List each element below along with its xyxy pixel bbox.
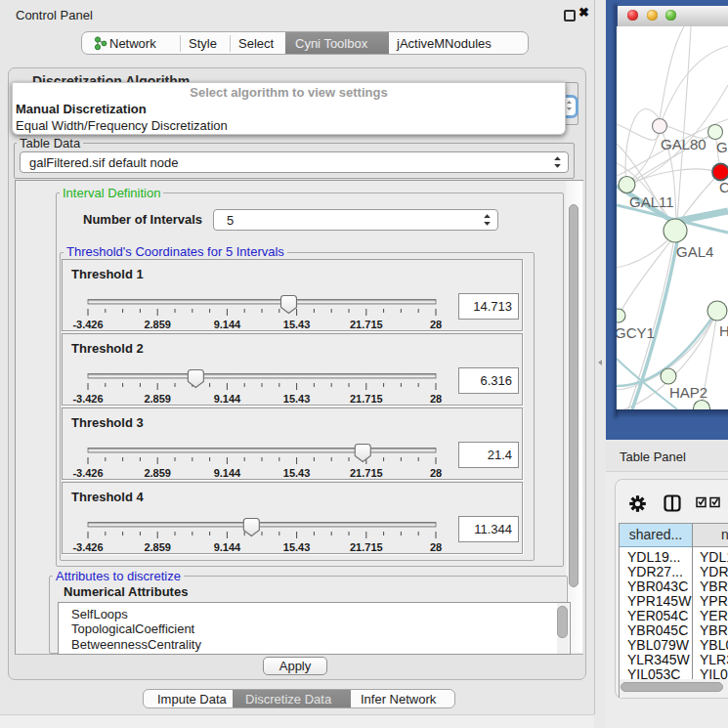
svg-text:2.859: 2.859: [144, 319, 171, 330]
svg-text:9.144: 9.144: [214, 541, 241, 553]
svg-text:28: 28: [430, 541, 442, 553]
svg-text:GA: GA: [716, 139, 728, 155]
svg-text:-3.426: -3.426: [72, 319, 103, 330]
svg-text:GAL11: GAL11: [629, 193, 674, 210]
svg-text:H: H: [719, 322, 728, 339]
svg-text:15.43: 15.43: [283, 393, 311, 405]
svg-text:21.715: 21.715: [350, 467, 383, 479]
svg-text:28: 28: [430, 467, 442, 479]
svg-text:GAL4: GAL4: [676, 243, 713, 260]
svg-text:21.715: 21.715: [350, 319, 383, 330]
svg-text:9.144: 9.144: [214, 467, 241, 479]
svg-text:-3.426: -3.426: [72, 393, 103, 405]
svg-text:28: 28: [430, 393, 442, 405]
svg-text:2.859: 2.859: [144, 541, 171, 553]
svg-text:-3.426: -3.426: [72, 541, 103, 553]
svg-text:-3.426: -3.426: [72, 467, 103, 479]
svg-text:GAL80: GAL80: [661, 136, 707, 152]
svg-text:GCY1: GCY1: [617, 324, 655, 341]
svg-text:C: C: [719, 179, 728, 195]
svg-text:HAP2: HAP2: [669, 384, 707, 401]
svg-text:21.715: 21.715: [350, 393, 383, 405]
svg-text:2.859: 2.859: [144, 393, 171, 405]
svg-text:9.144: 9.144: [214, 393, 241, 405]
svg-text:15.43: 15.43: [283, 467, 311, 479]
svg-text:15.43: 15.43: [283, 319, 311, 330]
svg-text:15.43: 15.43: [283, 541, 311, 553]
svg-text:21.715: 21.715: [350, 541, 383, 553]
svg-text:9.144: 9.144: [214, 319, 241, 330]
svg-text:2.859: 2.859: [144, 467, 171, 479]
svg-text:28: 28: [430, 319, 442, 330]
